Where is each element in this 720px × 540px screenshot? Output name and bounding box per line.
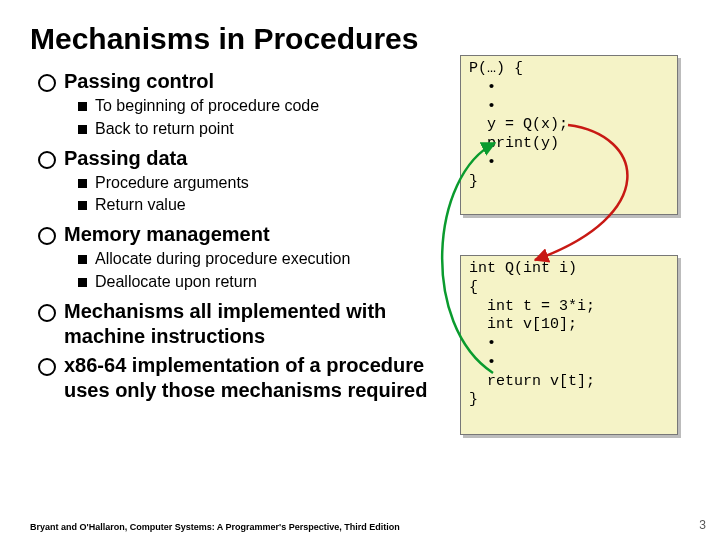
sub-item: Deallocate upon return bbox=[78, 272, 468, 293]
hollow-circle-icon bbox=[38, 358, 56, 376]
bullet-item: Passing data bbox=[38, 146, 468, 171]
sub-item: Back to return point bbox=[78, 119, 468, 140]
code-box-q: int Q(int i) { int t = 3*i; int v[10]; •… bbox=[460, 255, 678, 435]
bullet-item: Mechanisms all implemented with machine … bbox=[38, 299, 468, 349]
hollow-circle-icon bbox=[38, 151, 56, 169]
bullet-label: x86-64 implementation of a procedure use… bbox=[64, 353, 468, 403]
square-icon bbox=[78, 201, 87, 210]
bullet-item: Passing control bbox=[38, 69, 468, 94]
slide-title: Mechanisms in Procedures bbox=[30, 22, 418, 56]
sub-item: To beginning of procedure code bbox=[78, 96, 468, 117]
hollow-circle-icon bbox=[38, 304, 56, 322]
sub-label: Allocate during procedure execution bbox=[95, 249, 350, 270]
sub-item: Return value bbox=[78, 195, 468, 216]
sub-item: Allocate during procedure execution bbox=[78, 249, 468, 270]
slide-number: 3 bbox=[699, 518, 706, 532]
bullet-label: Passing data bbox=[64, 146, 187, 171]
sub-list: Allocate during procedure execution Deal… bbox=[78, 249, 468, 293]
hollow-circle-icon bbox=[38, 74, 56, 92]
bullet-label: Memory management bbox=[64, 222, 270, 247]
bullet-label: Passing control bbox=[64, 69, 214, 94]
bullet-label: Mechanisms all implemented with machine … bbox=[64, 299, 468, 349]
square-icon bbox=[78, 125, 87, 134]
square-icon bbox=[78, 102, 87, 111]
bullet-list: Passing control To beginning of procedur… bbox=[38, 65, 468, 403]
sub-label: Back to return point bbox=[95, 119, 234, 140]
sub-label: Return value bbox=[95, 195, 186, 216]
sub-label: To beginning of procedure code bbox=[95, 96, 319, 117]
bullet-item: x86-64 implementation of a procedure use… bbox=[38, 353, 468, 403]
square-icon bbox=[78, 278, 87, 287]
hollow-circle-icon bbox=[38, 227, 56, 245]
square-icon bbox=[78, 255, 87, 264]
code-box-p: P(…) { • • y = Q(x); print(y) • } bbox=[460, 55, 678, 215]
sub-label: Deallocate upon return bbox=[95, 272, 257, 293]
sub-label: Procedure arguments bbox=[95, 173, 249, 194]
sub-list: Procedure arguments Return value bbox=[78, 173, 468, 217]
sub-list: To beginning of procedure code Back to r… bbox=[78, 96, 468, 140]
bullet-item: Memory management bbox=[38, 222, 468, 247]
footer-citation: Bryant and O'Hallaron, Computer Systems:… bbox=[30, 522, 400, 532]
sub-item: Procedure arguments bbox=[78, 173, 468, 194]
square-icon bbox=[78, 179, 87, 188]
